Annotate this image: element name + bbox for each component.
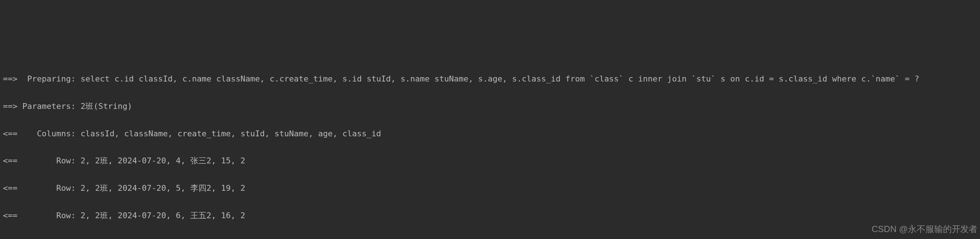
log-line-total: <== Total: 3 [3,236,977,239]
console-output: ==> Preparing: select c.id classId, c.na… [3,59,977,239]
log-line-preparing: ==> Preparing: select c.id classId, c.na… [3,72,977,85]
watermark: CSDN @永不服输的开发者 [867,207,977,237]
log-line-row: <== Row: 2, 2班, 2024-07-20, 4, 张三2, 15, … [3,154,977,167]
log-line-columns: <== Columns: classId, className, create_… [3,127,977,140]
log-line-row: <== Row: 2, 2班, 2024-07-20, 6, 王五2, 16, … [3,209,977,222]
watermark-text-suffix: 开发者 [952,224,977,234]
log-line-row: <== Row: 2, 2班, 2024-07-20, 5, 李四2, 19, … [3,181,977,195]
log-line-parameters: ==> Parameters: 2班(String) [3,100,977,113]
watermark-text-prefix: CSDN @永不服输的 [872,224,952,234]
